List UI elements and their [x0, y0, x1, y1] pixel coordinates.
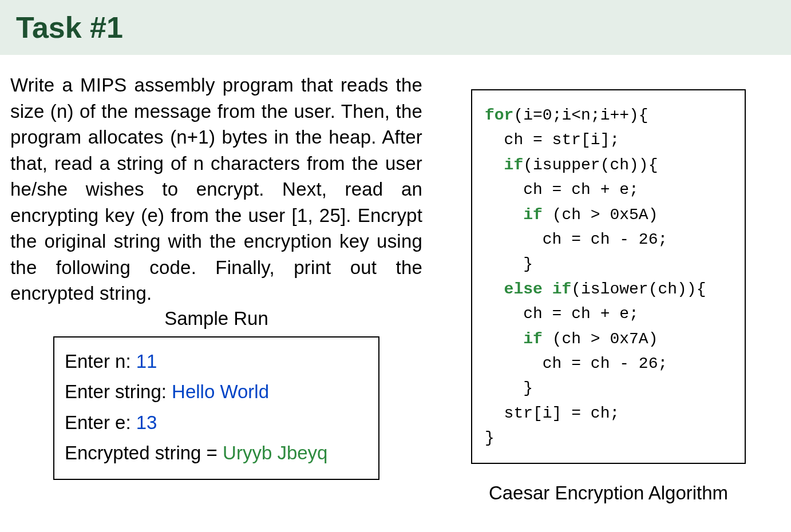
code-text: (ch > 0x5A) — [543, 206, 658, 224]
prompt-encrypted: Encrypted string = — [65, 442, 223, 463]
value-e: 13 — [136, 412, 157, 433]
value-string: Hello World — [172, 381, 269, 402]
sample-line-1: Enter n: 11 — [65, 346, 368, 376]
keyword-if: if — [485, 156, 523, 174]
code-box: for(i=0;i<n;i++){ ch = str[i]; if(isuppe… — [471, 89, 746, 464]
code-caption: Caesar Encryption Algorithm — [471, 482, 746, 504]
sample-run-title: Sample Run — [10, 308, 422, 329]
code-text: } — [485, 255, 533, 273]
code-text: } — [485, 429, 495, 447]
code-text: (i=0;i<n;i++){ — [513, 106, 648, 124]
keyword-for: for — [485, 106, 513, 124]
code-text: ch = str[i]; — [485, 131, 619, 149]
code-text: } — [485, 379, 533, 397]
right-column: for(i=0;i<n;i++){ ch = str[i]; if(isuppe… — [471, 72, 746, 504]
sample-run-box: Enter n: 11 Enter string: Hello World En… — [53, 336, 379, 480]
code-text: ch = ch + e; — [485, 181, 639, 198]
code-text: (islower(ch)){ — [571, 280, 706, 298]
value-n: 11 — [136, 351, 157, 372]
keyword-else: else — [485, 280, 552, 298]
keyword-if: if — [485, 330, 543, 348]
header-bar: Task #1 — [0, 0, 791, 55]
keyword-if: if — [552, 280, 572, 298]
code-text: ch = ch + e; — [485, 305, 639, 323]
value-encrypted: Uryyb Jbeyq — [223, 442, 327, 463]
task-description: Write a MIPS assembly program that reads… — [10, 72, 422, 307]
prompt-e: Enter e: — [65, 412, 136, 433]
keyword-if: if — [485, 206, 543, 224]
code-text: (isupper(ch)){ — [523, 156, 658, 174]
code-text: str[i] = ch; — [485, 404, 619, 422]
prompt-n: Enter n: — [65, 351, 136, 372]
sample-line-2: Enter string: Hello World — [65, 376, 368, 407]
prompt-string: Enter string: — [65, 381, 172, 402]
code-text: ch = ch - 26; — [485, 231, 667, 248]
content-area: Write a MIPS assembly program that reads… — [0, 55, 791, 504]
left-column: Write a MIPS assembly program that reads… — [10, 72, 422, 504]
code-text: ch = ch - 26; — [485, 355, 667, 372]
code-text: (ch > 0x7A) — [543, 330, 658, 348]
task-title: Task #1 — [16, 10, 775, 45]
sample-line-4: Encrypted string = Uryyb Jbeyq — [65, 438, 368, 468]
sample-line-3: Enter e: 13 — [65, 407, 368, 438]
